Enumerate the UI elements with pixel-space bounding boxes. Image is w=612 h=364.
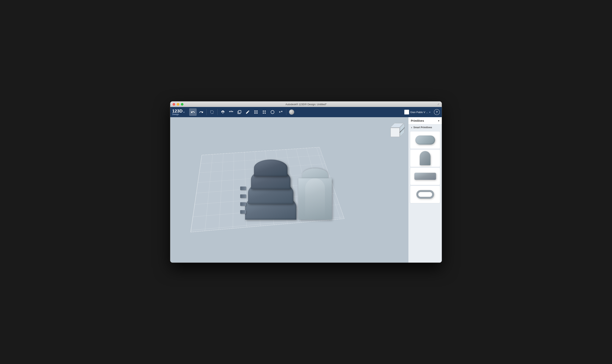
panel-chevron-icon[interactable]: ▾ xyxy=(438,119,439,122)
user-chevron-icon: ▾ xyxy=(429,111,430,113)
box-icon xyxy=(221,110,225,114)
panel-header: Primitives ▾ xyxy=(408,117,442,125)
pattern-icon xyxy=(254,110,258,114)
main-toolbar: 123D Design ▾ xyxy=(170,107,442,117)
modify-button[interactable] xyxy=(244,108,251,116)
help-label: ? xyxy=(436,110,438,114)
undo-icon xyxy=(191,110,195,114)
key-shape-preview xyxy=(420,151,430,165)
ruler-icon xyxy=(279,110,283,114)
curve-icon xyxy=(229,110,233,114)
primitive-key-button[interactable] xyxy=(410,149,440,167)
redo-button[interactable] xyxy=(197,108,205,116)
cube-front-face[interactable] xyxy=(391,128,400,137)
logo-chevron-icon: ▾ xyxy=(183,111,184,113)
box-primitive-button[interactable] xyxy=(219,108,227,116)
clip-1 xyxy=(240,186,246,190)
separator-3 xyxy=(286,109,286,115)
modify-icon xyxy=(246,110,250,114)
clips-group xyxy=(240,186,246,214)
section-chevron-icon: ∨ xyxy=(411,127,412,129)
minimize-button[interactable] xyxy=(177,103,179,105)
group-button[interactable] xyxy=(260,108,268,116)
expand-icon[interactable]: ⤢ xyxy=(437,103,439,105)
section-title: Smart Primitives xyxy=(413,126,432,129)
clip-2 xyxy=(240,195,246,198)
material-button[interactable] xyxy=(288,108,295,116)
capsule-shape-preview xyxy=(415,135,435,144)
view-cube[interactable]: RIGHT xyxy=(391,123,404,137)
user-area: Gian Pablo V ... ▾ ? xyxy=(403,109,440,115)
close-button[interactable] xyxy=(173,103,175,105)
traffic-lights xyxy=(173,103,183,105)
transform-icon xyxy=(210,110,214,114)
clip-4 xyxy=(240,210,246,214)
rect-arc-object[interactable] xyxy=(298,169,332,220)
rect-body xyxy=(298,178,332,220)
clip-3 xyxy=(240,202,246,206)
ruler-button[interactable] xyxy=(277,108,285,116)
maximize-button[interactable] xyxy=(181,103,183,105)
redo-icon xyxy=(199,110,203,114)
separator-1 xyxy=(207,109,207,115)
snap-icon xyxy=(270,110,275,114)
logo-main-text: 123D xyxy=(172,108,183,114)
primitive-bar-button[interactable] xyxy=(410,168,440,185)
right-panel: Primitives ▾ ∨ Smart Primitives xyxy=(408,117,442,262)
primitives-grid xyxy=(408,130,442,204)
user-menu-button[interactable]: Gian Pablo V ... ▾ xyxy=(403,109,432,115)
loop-shape-preview xyxy=(416,190,434,199)
3d-viewport[interactable]: RIGHT xyxy=(170,117,408,262)
separator-2 xyxy=(217,109,218,115)
smart-primitives-section[interactable]: ∨ Smart Primitives xyxy=(408,125,442,130)
primitive-loop-button[interactable] xyxy=(410,185,440,203)
group-icon xyxy=(262,110,266,114)
logo-sub-text: Design xyxy=(172,113,183,116)
window-title: Autodesk® 123D® Design: Untitled* xyxy=(286,103,327,106)
primitive-capsule-button[interactable] xyxy=(410,131,440,149)
application-window: Autodesk® 123D® Design: Untitled* ⤢ 123D… xyxy=(170,101,442,263)
rect-ridge xyxy=(305,178,325,220)
stacked-arches-object[interactable] xyxy=(237,156,296,220)
snap-button[interactable] xyxy=(269,108,276,116)
user-name-label: Gian Pablo V ... xyxy=(410,111,428,114)
user-avatar xyxy=(404,110,409,115)
material-sphere-icon xyxy=(289,109,294,115)
cube-right-label: RIGHT xyxy=(400,127,405,133)
title-bar: Autodesk® 123D® Design: Untitled* ⤢ xyxy=(170,102,442,107)
app-container: 123D Design ▾ xyxy=(170,107,442,262)
arch-top xyxy=(254,159,287,176)
help-button[interactable]: ? xyxy=(434,109,440,115)
content-area: RIGHT Primitives ▾ ∨ Smart Primitives xyxy=(170,117,442,262)
objects-container xyxy=(225,153,336,228)
panel-title: Primitives xyxy=(411,119,424,122)
construct-button[interactable] xyxy=(236,108,243,116)
bar-shape-preview xyxy=(414,173,436,180)
pattern-button[interactable] xyxy=(252,108,260,116)
undo-button[interactable] xyxy=(189,108,197,116)
logo: 123D Design xyxy=(172,109,183,116)
curve-button[interactable] xyxy=(227,108,235,116)
construct-icon xyxy=(237,110,242,114)
logo-button[interactable]: 123D Design ▾ xyxy=(172,109,184,116)
transform-button[interactable] xyxy=(208,108,216,116)
